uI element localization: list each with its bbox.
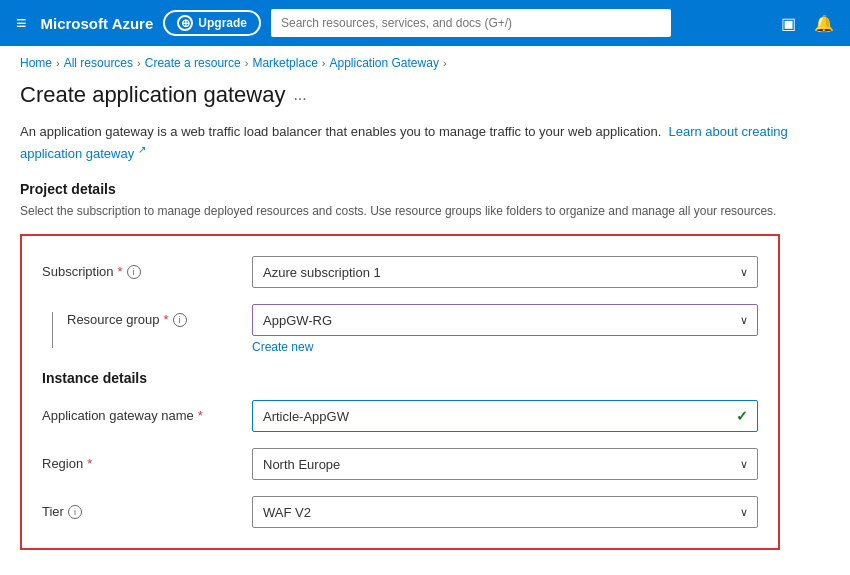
app-gateway-name-row: Application gateway name * Article-AppGW… [42, 400, 758, 432]
tier-row: Tier i WAF V2 ∨ [42, 496, 758, 528]
region-label: Region [42, 456, 83, 471]
region-row: Region * North Europe ∨ [42, 448, 758, 480]
page-title-row: Create application gateway ... [20, 82, 830, 108]
indent-line [52, 312, 53, 348]
hamburger-menu-button[interactable]: ≡ [12, 9, 31, 38]
breadcrumb: Home › All resources › Create a resource… [0, 46, 850, 74]
page-title: Create application gateway [20, 82, 285, 108]
tier-select[interactable]: WAF V2 [252, 496, 758, 528]
region-select[interactable]: North Europe [252, 448, 758, 480]
resource-group-required: * [164, 312, 169, 327]
tier-label: Tier [42, 504, 64, 519]
description-body: An application gateway is a web traffic … [20, 124, 661, 139]
brand-logo: Microsoft Azure [41, 15, 154, 32]
terminal-icon[interactable]: ▣ [774, 9, 802, 37]
search-input[interactable] [271, 9, 671, 37]
breadcrumb-home[interactable]: Home [20, 56, 52, 70]
breadcrumb-marketplace[interactable]: Marketplace [252, 56, 317, 70]
resource-group-row: Resource group * i AppGW-RG ∨ Create new [42, 304, 758, 354]
main-content: Create application gateway ... An applic… [0, 74, 850, 575]
subscription-info-icon[interactable]: i [127, 265, 141, 279]
upgrade-button[interactable]: ⊕ Upgrade [163, 10, 261, 36]
tier-select-wrapper: WAF V2 ∨ [252, 496, 758, 528]
tier-control: WAF V2 ∨ [252, 496, 758, 528]
title-more-options[interactable]: ... [293, 86, 306, 104]
app-gateway-name-label-col: Application gateway name * [42, 400, 242, 423]
app-gateway-name-required: * [198, 408, 203, 423]
instance-details-title: Instance details [42, 370, 758, 386]
breadcrumb-sep-1: › [56, 57, 60, 69]
tier-info-icon[interactable]: i [68, 505, 82, 519]
top-navigation: ≡ Microsoft Azure ⊕ Upgrade ▣ 🔔 [0, 0, 850, 46]
region-label-col: Region * [42, 448, 242, 471]
breadcrumb-sep-4: › [322, 57, 326, 69]
resource-group-select[interactable]: AppGW-RG [252, 304, 758, 336]
resource-group-label-text: Resource group [67, 312, 160, 327]
subscription-label-col: Subscription * i [42, 256, 242, 279]
breadcrumb-all-resources[interactable]: All resources [64, 56, 133, 70]
subscription-select[interactable]: Azure subscription 1 [252, 256, 758, 288]
subscription-control: Azure subscription 1 ∨ [252, 256, 758, 288]
app-gateway-name-control: Article-AppGW ✓ [252, 400, 758, 432]
create-new-link[interactable]: Create new [252, 340, 313, 354]
region-control: North Europe ∨ [252, 448, 758, 480]
resource-group-label-col: Resource group * i [42, 304, 242, 348]
region-required: * [87, 456, 92, 471]
resource-group-info-icon[interactable]: i [173, 313, 187, 327]
breadcrumb-sep-2: › [137, 57, 141, 69]
app-gateway-name-select-wrapper: Article-AppGW ✓ [252, 400, 758, 432]
app-gateway-name-select[interactable]: Article-AppGW [252, 400, 758, 432]
region-select-wrapper: North Europe ∨ [252, 448, 758, 480]
breadcrumb-create-resource[interactable]: Create a resource [145, 56, 241, 70]
resource-group-control: AppGW-RG ∨ Create new [252, 304, 758, 354]
resource-group-select-wrapper: AppGW-RG ∨ [252, 304, 758, 336]
nav-icons: ▣ 🔔 [774, 9, 838, 37]
form-area: Subscription * i Azure subscription 1 ∨ … [20, 234, 780, 550]
subscription-required: * [118, 264, 123, 279]
breadcrumb-app-gateway: Application Gateway [329, 56, 438, 70]
bell-icon[interactable]: 🔔 [810, 9, 838, 37]
app-gateway-name-label: Application gateway name [42, 408, 194, 423]
project-details-desc: Select the subscription to manage deploy… [20, 203, 800, 220]
breadcrumb-sep-3: › [245, 57, 249, 69]
subscription-row: Subscription * i Azure subscription 1 ∨ [42, 256, 758, 288]
subscription-select-wrapper: Azure subscription 1 ∨ [252, 256, 758, 288]
upgrade-icon: ⊕ [177, 15, 193, 31]
upgrade-label: Upgrade [198, 16, 247, 30]
resource-group-label: Resource group * i [67, 312, 187, 327]
breadcrumb-sep-5: › [443, 57, 447, 69]
description-text: An application gateway is a web traffic … [20, 122, 800, 163]
tier-label-col: Tier i [42, 496, 242, 519]
subscription-label: Subscription [42, 264, 114, 279]
project-details-title: Project details [20, 181, 830, 197]
external-link-icon: ↗ [138, 144, 146, 155]
